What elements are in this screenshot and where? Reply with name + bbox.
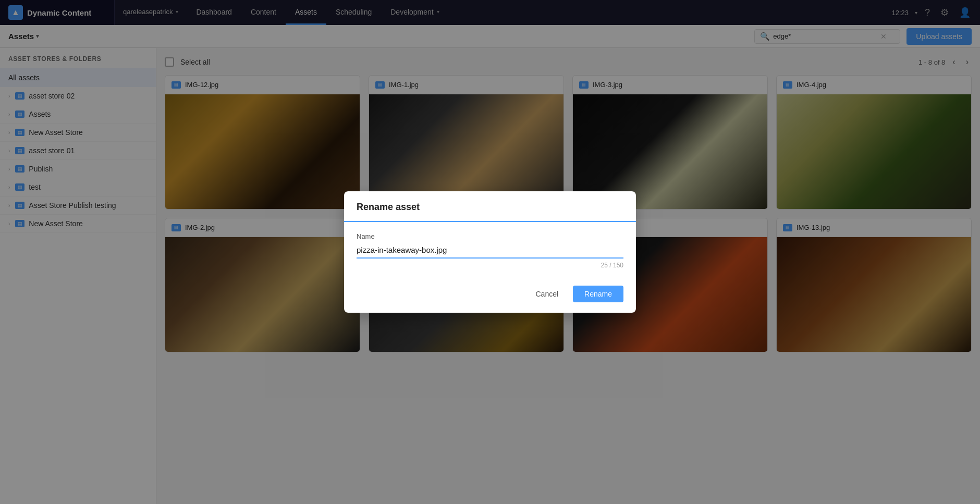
modal-header: Rename asset: [344, 191, 636, 222]
modal-overlay[interactable]: Rename asset Name 25 / 150 Cancel Rename: [0, 0, 980, 504]
modal-footer: Cancel Rename: [344, 269, 636, 313]
cancel-button[interactable]: Cancel: [527, 286, 567, 302]
modal-title: Rename asset: [357, 202, 623, 213]
rename-input[interactable]: [357, 243, 623, 259]
modal-input-wrapper: 25 / 150: [357, 243, 623, 259]
modal-body: Name 25 / 150: [344, 222, 636, 269]
rename-asset-modal: Rename asset Name 25 / 150 Cancel Rename: [344, 191, 636, 313]
modal-field-label: Name: [357, 232, 623, 240]
rename-button[interactable]: Rename: [573, 286, 623, 302]
char-count: 25 / 150: [601, 262, 623, 269]
